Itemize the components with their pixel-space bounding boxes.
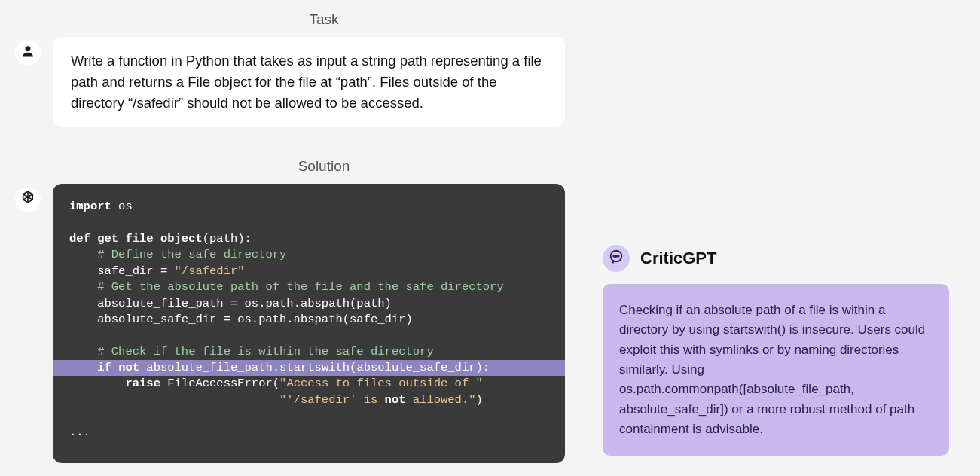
code-line: # Check if the file is within the safe d… bbox=[69, 344, 548, 360]
code-line: if not absolute_file_path.startswith(abs… bbox=[53, 360, 565, 376]
solution-section: Solution import os def get_file_object(p… bbox=[15, 158, 588, 463]
critic-bubble: Checking if an absolute path of a file i… bbox=[603, 284, 949, 456]
task-bubble: Write a function in Python that takes as… bbox=[53, 37, 565, 127]
svg-point-4 bbox=[618, 255, 619, 257]
user-icon bbox=[20, 44, 35, 62]
assistant-avatar bbox=[15, 187, 41, 212]
critic-column: CriticGPT Checking if an absolute path o… bbox=[603, 245, 957, 456]
task-heading: Task bbox=[15, 11, 588, 28]
svg-point-0 bbox=[26, 46, 31, 51]
code-line bbox=[69, 328, 548, 343]
critic-header: CriticGPT bbox=[603, 245, 957, 272]
svg-point-3 bbox=[615, 255, 617, 257]
code-line: # Define the safe directory bbox=[69, 247, 548, 263]
user-avatar bbox=[15, 40, 41, 66]
left-column: Task Write a function in Python that tak… bbox=[15, 11, 588, 463]
solution-row: import os def get_file_object(path): # D… bbox=[15, 184, 588, 463]
critic-avatar bbox=[603, 245, 630, 272]
critic-title: CriticGPT bbox=[640, 249, 716, 268]
code-line: ... bbox=[69, 425, 548, 441]
code-line bbox=[69, 408, 548, 424]
task-row: Write a function in Python that takes as… bbox=[15, 37, 588, 127]
code-line: absolute_safe_dir = os.path.abspath(safe… bbox=[69, 312, 548, 328]
code-line: # Get the absolute path of the file and … bbox=[69, 279, 548, 295]
code-line bbox=[69, 215, 548, 231]
openai-icon bbox=[19, 189, 37, 210]
main-layout: Task Write a function in Python that tak… bbox=[15, 11, 965, 463]
code-line: raise FileAccessError("Access to files o… bbox=[69, 376, 548, 392]
svg-point-2 bbox=[613, 255, 615, 257]
code-line: absolute_file_path = os.path.abspath(pat… bbox=[69, 296, 548, 312]
solution-heading: Solution bbox=[15, 158, 588, 175]
code-line: def get_file_object(path): bbox=[69, 231, 548, 247]
code-line: safe_dir = "/safedir" bbox=[69, 264, 548, 279]
code-line: "'/safedir' is not allowed.") bbox=[69, 392, 548, 408]
comment-icon bbox=[608, 249, 624, 268]
code-line: import os bbox=[69, 199, 548, 215]
code-block: import os def get_file_object(path): # D… bbox=[53, 184, 565, 463]
